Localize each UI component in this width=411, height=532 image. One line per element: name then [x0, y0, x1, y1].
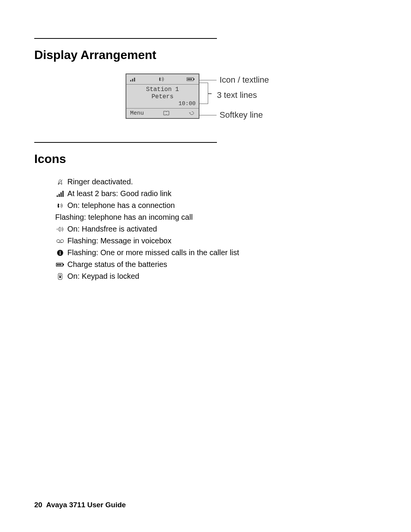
svg-rect-4 [193, 78, 194, 80]
svg-rect-11 [57, 195, 58, 197]
svg-rect-2 [134, 78, 135, 81]
icon-desc-missed: Flashing: One or more missed calls in th… [67, 248, 239, 257]
icon-row-flashing-call: Flashing: telephone has an incoming call [55, 213, 377, 222]
svg-rect-14 [62, 191, 64, 197]
svg-rect-22 [63, 264, 64, 265]
icon-desc-lock: On: Keypad is locked [67, 272, 139, 281]
svg-rect-0 [130, 80, 131, 81]
icon-row-missed: Flashing: One or more missed calls in th… [55, 248, 377, 257]
callout-textlines-label: 3 text lines [217, 90, 257, 100]
ringer-off-icon [55, 178, 65, 186]
battery-status-icon [55, 260, 65, 268]
lcd-text-area: Station 1 Peters 10:00 [126, 85, 199, 109]
icon-row-handset: On: telephone has a connection [55, 201, 377, 210]
svg-rect-20 [60, 252, 61, 255]
section-rule [34, 142, 217, 143]
svg-rect-27 [59, 276, 61, 278]
svg-rect-1 [132, 79, 133, 81]
icon-desc-ringer: Ringer deactivated. [67, 177, 133, 186]
icon-row-battery: Charge status of the batteries [55, 260, 377, 269]
svg-rect-23 [57, 264, 58, 265]
icons-list: Ringer deactivated. At least 2 bars: Goo… [55, 177, 377, 281]
svg-point-15 [57, 240, 60, 243]
callout-softkey-label: Softkey line [220, 110, 263, 120]
speaker-icon [55, 225, 65, 233]
callout-textlines: 3 text lines [212, 90, 257, 100]
softkey-menu: Menu [130, 110, 144, 117]
footer-title: Avaya 3711 User Guide [46, 501, 126, 509]
lcd-icon-row [126, 74, 199, 85]
svg-rect-6 [189, 78, 190, 80]
icon-desc-handsfree: On: Handsfree is activated [67, 225, 157, 233]
icon-desc-voicebox: Flashing: Message in voicebox [67, 236, 171, 245]
svg-point-10 [61, 184, 62, 185]
display-arrangement-figure: Station 1 Peters 10:00 Menu Icon / textl… [126, 73, 377, 119]
handset-waves-icon [55, 201, 65, 209]
svg-rect-7 [191, 78, 192, 80]
svg-rect-13 [61, 192, 62, 197]
book-icon [163, 110, 169, 117]
signal-icon [130, 76, 136, 83]
icon-row-handsfree: On: Handsfree is activated [55, 225, 377, 233]
svg-point-16 [61, 240, 64, 243]
icon-row-signal: At least 2 bars: Good radio link [55, 189, 377, 198]
page-footer: 20Avaya 3711 User Guide [34, 501, 126, 509]
svg-rect-5 [188, 78, 189, 80]
keypad-lock-icon [55, 272, 65, 280]
lcd-softkey-row: Menu [126, 109, 199, 118]
svg-rect-24 [59, 264, 60, 265]
svg-rect-19 [60, 251, 61, 252]
icon-row-lock: On: Keypad is locked [55, 272, 377, 281]
icon-desc-battery: Charge status of the batteries [67, 260, 167, 269]
lcd-time: 10:00 [178, 100, 196, 107]
icon-desc-signal: At least 2 bars: Good radio link [67, 189, 171, 198]
callout-softkey: Softkey line [199, 110, 263, 120]
callout-group: Icon / textline 3 text lines Softkey lin… [199, 73, 298, 119]
callout-iconline: Icon / textline [199, 75, 269, 85]
heading-icons: Icons [34, 152, 377, 166]
section-rule [34, 38, 217, 39]
signal-bars-icon [55, 190, 65, 198]
document-page: Display Arrangement Station 1 Peters 10:… [0, 0, 411, 532]
redial-icon [189, 110, 195, 117]
page-number: 20 [34, 501, 42, 509]
callout-brace [199, 83, 208, 104]
lcd-line2: Peters [126, 93, 199, 101]
heading-display-arrangement: Display Arrangement [34, 48, 377, 62]
battery-icon [186, 76, 195, 83]
lcd-line1: Station 1 [126, 86, 199, 93]
lcd-screen: Station 1 Peters 10:00 Menu [126, 73, 199, 119]
info-icon [55, 249, 65, 257]
icon-desc-flashing-call: Flashing: telephone has an incoming call [55, 213, 193, 222]
svg-rect-12 [59, 194, 60, 197]
icon-row-ringer: Ringer deactivated. [55, 177, 377, 186]
voicemail-icon [55, 237, 65, 245]
handset-icon [158, 76, 165, 83]
svg-rect-25 [60, 264, 61, 265]
callout-iconline-label: Icon / textline [220, 75, 269, 85]
icon-desc-handset: On: telephone has a connection [67, 201, 175, 210]
icon-row-voicebox: Flashing: Message in voicebox [55, 236, 377, 245]
svg-point-9 [58, 184, 59, 185]
